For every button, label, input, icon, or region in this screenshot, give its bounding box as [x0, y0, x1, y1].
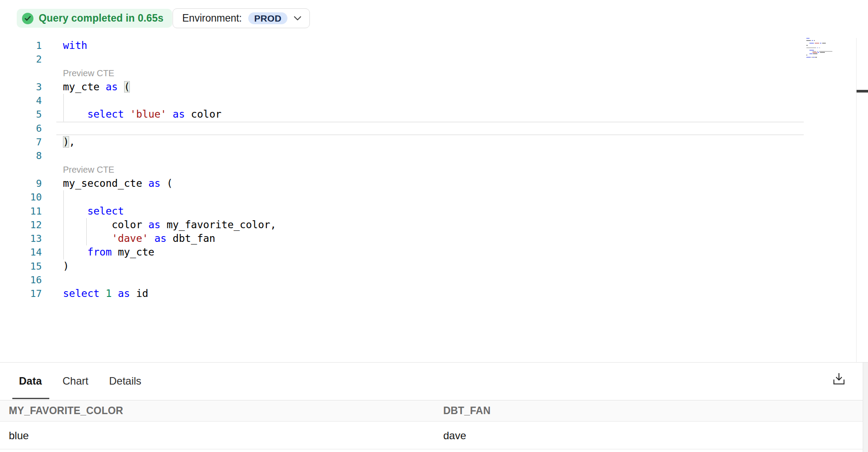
code-line[interactable]: 8: [0, 149, 868, 163]
indent-guide: [63, 190, 64, 204]
code-line[interactable]: 7),: [0, 135, 868, 149]
current-line-highlight: [56, 122, 804, 135]
code-text: 'dave' as dbt_fan: [63, 232, 215, 245]
code-text: select 1 as id: [63, 287, 148, 300]
line-number: 2: [0, 52, 42, 66]
code-line[interactable]: 10: [0, 190, 868, 204]
code-text: my_second_cte as (: [63, 177, 173, 190]
minimap-line: [806, 57, 837, 58]
line-number: 4: [0, 94, 42, 107]
code-line[interactable]: 6: [0, 122, 868, 135]
query-status-text: Query completed in 0.65s: [39, 12, 163, 24]
code-text: my_cte as (: [63, 80, 130, 94]
preview-cte-link[interactable]: Preview CTE: [63, 67, 114, 80]
environment-label: Environment:: [182, 12, 242, 24]
results-table-header: MY_FAVORITE_COLORDBT_FAN: [0, 400, 868, 422]
code-line[interactable]: 13 'dave' as dbt_fan: [0, 232, 868, 245]
line-number: 11: [0, 204, 42, 218]
line-number: 16: [0, 273, 42, 287]
download-results-button[interactable]: [829, 370, 849, 389]
code-line[interactable]: 5 select 'blue' as color: [0, 107, 868, 121]
line-number: 5: [0, 107, 42, 121]
tab-details[interactable]: Details: [109, 375, 141, 387]
code-line[interactable]: 17select 1 as id: [0, 287, 868, 300]
overview-ruler-cursor-marker: [857, 90, 868, 93]
results-scrollbar[interactable]: [863, 363, 868, 452]
code-line[interactable]: 3my_cte as (: [0, 80, 868, 94]
editor-scrollbar[interactable]: [856, 38, 868, 362]
codelens-row: Preview CTE: [0, 163, 868, 177]
preview-cte-link[interactable]: Preview CTE: [63, 163, 114, 177]
code-text: from my_cte: [63, 245, 154, 259]
table-cell: dave: [443, 430, 868, 442]
table-cell: blue: [9, 430, 443, 442]
indent-guide: [63, 94, 64, 107]
results-table-body: bluedave: [0, 422, 868, 449]
column-header: MY_FAVORITE_COLOR: [9, 405, 443, 417]
code-line[interactable]: 11 select: [0, 204, 868, 218]
code-text: color as my_favorite_color,: [63, 218, 276, 232]
line-number: 15: [0, 259, 42, 273]
environment-selector[interactable]: Environment: PROD: [173, 8, 310, 28]
check-circle-icon: [22, 13, 33, 24]
code-line[interactable]: 15): [0, 259, 868, 273]
download-icon: [831, 371, 846, 388]
line-number: 3: [0, 80, 42, 94]
code-editor[interactable]: 1with2Preview CTE3my_cte as (45 select '…: [0, 39, 868, 301]
tab-chart[interactable]: Chart: [63, 375, 88, 387]
line-number: 8: [0, 149, 42, 163]
tab-data[interactable]: Data: [19, 375, 42, 387]
active-tab-underline: [12, 398, 49, 399]
code-line[interactable]: 4: [0, 94, 868, 107]
chevron-down-icon: [294, 15, 302, 22]
environment-value: PROD: [254, 13, 282, 24]
table-row: bluedave: [0, 422, 868, 449]
sql-editor-app: Query completed in 0.65s Environment: PR…: [0, 0, 868, 452]
code-line[interactable]: 9my_second_cte as (: [0, 177, 868, 190]
line-number: 13: [0, 232, 42, 245]
code-line[interactable]: 1with: [0, 39, 868, 52]
line-number: 14: [0, 245, 42, 259]
code-line[interactable]: 14 from my_cte: [0, 245, 868, 259]
line-number: 1: [0, 39, 42, 52]
line-number: 7: [0, 135, 42, 149]
code-line[interactable]: 16: [0, 273, 868, 287]
environment-value-pill: PROD: [248, 12, 288, 24]
line-number: 10: [0, 190, 42, 204]
code-text: select 'blue' as color: [63, 107, 221, 121]
code-line[interactable]: 12 color as my_favorite_color,: [0, 218, 868, 232]
line-number: 9: [0, 177, 42, 190]
code-line[interactable]: 2: [0, 52, 868, 66]
code-text: ): [63, 259, 69, 273]
code-text: ),: [63, 135, 75, 149]
line-number: 6: [0, 122, 42, 135]
code-text: with: [63, 39, 87, 52]
results-tabs: DataChartDetails: [19, 375, 141, 387]
panel-divider: [0, 362, 868, 363]
minimap[interactable]: [806, 38, 837, 58]
line-number: 12: [0, 218, 42, 232]
codelens-row: Preview CTE: [0, 67, 868, 80]
code-text: select: [63, 204, 124, 218]
line-number: 17: [0, 287, 42, 300]
query-status-badge: Query completed in 0.65s: [17, 9, 172, 28]
column-header: DBT_FAN: [443, 405, 868, 417]
